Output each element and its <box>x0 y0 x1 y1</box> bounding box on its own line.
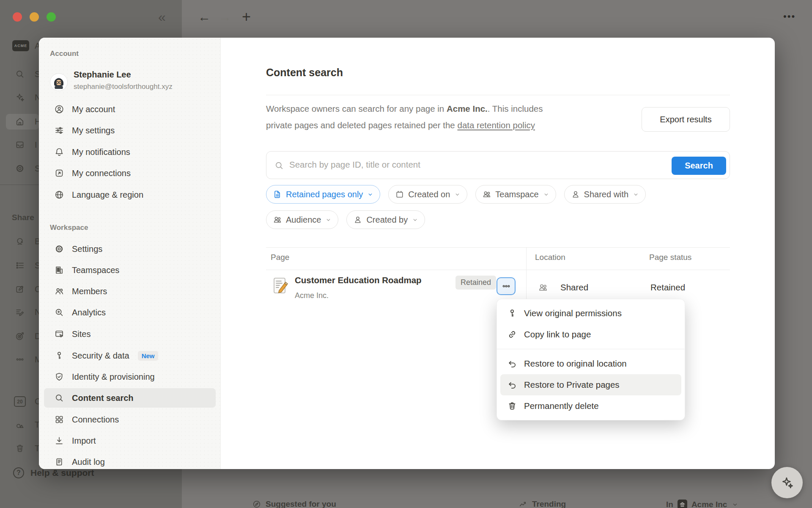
sidebar-item-label: Security & data <box>72 351 129 361</box>
sidebar-item-identity-provisioning[interactable]: Identity & provisioning <box>44 367 216 387</box>
sidebar-item-label: Members <box>72 287 107 296</box>
sidebar-item-settings[interactable]: Settings <box>44 239 216 259</box>
sidebar-item-label: My notifications <box>72 147 130 157</box>
data-retention-policy-link[interactable]: data retention policy <box>457 120 535 130</box>
sidebar-item-connections[interactable]: Connections <box>44 410 216 429</box>
menu-item-view-original-permissions[interactable]: View original permissions <box>500 303 681 324</box>
back-icon[interactable]: ← <box>198 11 211 23</box>
filter-audience[interactable]: Audience <box>266 210 338 229</box>
list-icon <box>15 260 25 271</box>
collapse-sidebar-icon[interactable]: « <box>158 10 166 24</box>
sidebar-item-members[interactable]: Members <box>44 282 216 301</box>
trending-section: Trending <box>518 500 566 508</box>
search-input[interactable]: Search by page ID, title or content <box>289 160 420 170</box>
calendar-icon <box>395 190 404 199</box>
people-icon <box>273 215 282 224</box>
chevron-down-icon <box>454 191 461 198</box>
column-header-page-status: Page status <box>649 253 691 262</box>
profile-row[interactable]: Stephanie Lee stephanie@toolsforthought.… <box>39 69 221 95</box>
download-icon <box>54 436 64 446</box>
magnifier-icon <box>54 393 64 403</box>
ai-assistant-button[interactable] <box>771 467 803 498</box>
filter-teamspace[interactable]: Teamspace <box>475 185 556 204</box>
window-more-icon[interactable]: ••• <box>783 12 796 21</box>
page-title-cell[interactable]: Customer Education Roadmap <box>295 275 422 285</box>
gear-icon <box>54 244 64 254</box>
sidebar-item-analytics[interactable]: Analytics <box>44 303 216 322</box>
sidebar-item-my-notifications[interactable]: My notifications <box>44 142 216 162</box>
menu-item-copy-link-to-page[interactable]: Copy link to page <box>500 324 681 345</box>
menu-item-label: Copy link to page <box>524 329 591 340</box>
retained-badge: Retained <box>455 276 496 290</box>
sidebar-item-my-settings[interactable]: My settings <box>44 121 216 140</box>
chevron-down-icon <box>411 216 419 224</box>
menu-item-permanently-delete[interactable]: Permanently delete <box>500 395 681 417</box>
description-text: private pages and deleted pages retained… <box>266 120 457 130</box>
person-icon <box>571 190 580 199</box>
close-window-button[interactable] <box>13 12 22 22</box>
undo-icon <box>507 380 517 390</box>
sidebar-item-my-connections[interactable]: My connections <box>44 163 216 183</box>
menu-item-label: Restore to original location <box>524 359 627 369</box>
sidebar-item-import[interactable]: Import <box>44 431 216 450</box>
menu-divider <box>497 349 685 349</box>
memo-page-icon <box>272 276 289 295</box>
help-support-label: Help & support <box>30 468 94 478</box>
page-status-cell: Retained <box>650 282 685 293</box>
menu-item-label: View original permissions <box>524 308 622 318</box>
menu-item-restore-to-original-location[interactable]: Restore to original location <box>500 353 681 374</box>
row-more-button[interactable] <box>497 277 516 295</box>
sidebar-item-content-search[interactable]: Content search <box>44 388 216 408</box>
filter-created-on[interactable]: Created on <box>388 185 467 204</box>
person-icon <box>353 215 362 224</box>
filter-label: Created on <box>408 190 450 199</box>
gear-icon <box>15 163 25 174</box>
company-name: Acme Inc. <box>447 104 488 113</box>
sidebar-item-label: Teamspaces <box>72 265 119 275</box>
new-tab-icon[interactable]: + <box>242 9 251 25</box>
sidebar-item-security-data[interactable]: Security & data New <box>44 346 216 365</box>
zoom-window-button[interactable] <box>47 12 56 22</box>
undo-icon <box>507 359 517 369</box>
key-icon <box>54 351 64 361</box>
sidebar-item-teamspaces[interactable]: Teamspaces <box>44 260 216 280</box>
description-text: . This includes <box>488 104 543 113</box>
column-header-location: Location <box>535 253 565 262</box>
search-bar[interactable]: Search by page ID, title or content Sear… <box>266 151 730 179</box>
sidebar-item-label: Import <box>72 436 96 446</box>
screen: « ← → + ••• ACME A S N H I S Share B S C… <box>0 0 812 508</box>
chevron-down-icon <box>325 216 332 224</box>
people-icon <box>482 190 491 199</box>
people-icon <box>54 286 64 296</box>
sidebar-item-label: My account <box>72 105 115 114</box>
sidebar-item-audit-log[interactable]: Audit log <box>44 452 216 469</box>
settings-sidebar: Account Stephanie Lee stephanie@ <box>39 38 221 469</box>
filter-row-1: Retained pages only Created on Teamspace… <box>266 185 646 204</box>
sidebar-item-label: My settings <box>72 126 115 135</box>
export-results-button[interactable]: Export results <box>642 107 730 132</box>
sidebar-item-my-account[interactable]: My account <box>44 99 216 119</box>
sidebar-item-sites[interactable]: Sites <box>44 324 216 344</box>
filter-shared-with[interactable]: Shared with <box>564 185 646 204</box>
shared-section-label: Share <box>12 213 34 222</box>
filter-retained-pages-only[interactable]: Retained pages only <box>266 185 380 204</box>
trash-icon <box>507 401 517 411</box>
sidebar-item-language-region[interactable]: Language & region <box>44 185 216 204</box>
menu-item-restore-to-private-pages[interactable]: Restore to Private pages <box>500 374 681 395</box>
page-description: Workspace owners can search for any page… <box>266 100 587 133</box>
minimize-window-button[interactable] <box>30 12 39 22</box>
forward-icon[interactable]: → <box>219 11 231 23</box>
chevron-down-icon <box>632 191 639 198</box>
arrow-out-icon <box>54 168 64 178</box>
search-button[interactable]: Search <box>672 157 726 175</box>
templates-icon <box>15 420 25 430</box>
filter-created-by[interactable]: Created by <box>346 210 425 229</box>
location-cell: Shared <box>560 282 588 293</box>
sliders-icon <box>54 125 64 135</box>
content-search-panel: Content search Workspace owners can sear… <box>221 38 775 469</box>
ellipsis-icon <box>501 281 511 291</box>
more-icon <box>15 354 25 364</box>
sidebar-item-label: Sites <box>72 329 91 339</box>
shared-people-icon <box>538 282 548 293</box>
scroll-icon <box>54 457 64 467</box>
